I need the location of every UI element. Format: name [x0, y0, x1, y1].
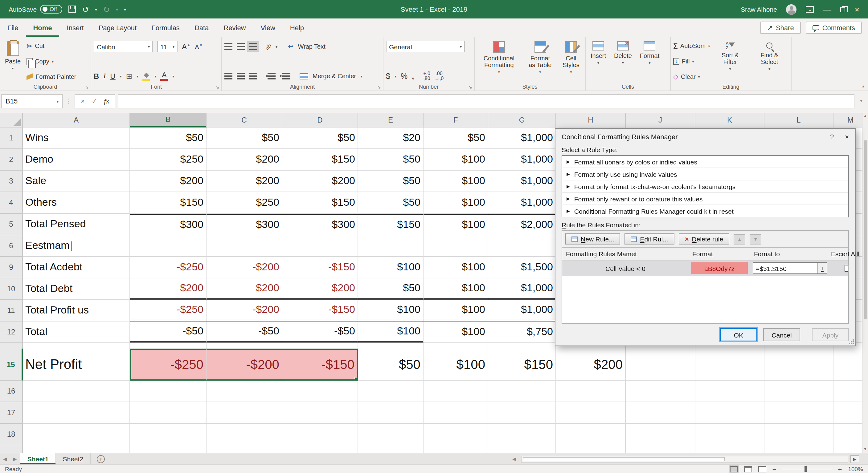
cell-J15[interactable] [626, 348, 695, 381]
cell-B11[interactable]: -$250 [130, 300, 207, 322]
tab-view[interactable]: View [253, 19, 283, 37]
next-sheet-icon[interactable]: ▶ [10, 456, 20, 462]
cell-A3[interactable]: Sale [23, 171, 130, 192]
scroll-up-icon[interactable]: ▲ [863, 113, 868, 120]
cell-A10[interactable]: Total Debt [23, 278, 130, 300]
cell-G18[interactable] [488, 424, 556, 445]
cell-E4[interactable]: $50 [358, 192, 424, 214]
cell-C1[interactable]: $50 [207, 128, 282, 149]
zoom-in-icon[interactable]: + [838, 465, 842, 473]
rule-type-item-4[interactable]: ▶Format only rewant or to oorature this … [562, 193, 848, 205]
sort-filter-button[interactable]: AZ Sort & Filter▾ [713, 40, 747, 82]
wrap-text-button[interactable]: Wrap Text [298, 43, 326, 50]
align-center-icon[interactable] [237, 73, 245, 79]
borders-icon[interactable]: ⊞ [126, 72, 132, 80]
paste-button[interactable]: Paste▾ [2, 40, 23, 82]
cell-G10[interactable]: $1,000 [488, 278, 556, 300]
page-break-view-icon[interactable] [758, 466, 766, 472]
avatar[interactable] [786, 4, 797, 14]
tab-page-layout[interactable]: Page Layout [91, 19, 144, 37]
cell-D1[interactable]: $50 [282, 128, 358, 149]
font-name-select[interactable]: Calibri▾ [94, 41, 153, 53]
italic-button[interactable]: I [103, 71, 106, 81]
delete-cells-button[interactable]: Delete▾ [612, 40, 634, 82]
close-icon[interactable]: × [855, 5, 859, 13]
cell-F12[interactable]: $100 [424, 322, 488, 343]
confirm-entry-icon[interactable]: ✓ [92, 97, 97, 105]
conditional-formatting-button[interactable]: Conditional Formatting▾ [477, 40, 521, 82]
cell-G6[interactable] [488, 235, 556, 257]
cell-A6[interactable]: Eestmam [23, 235, 130, 257]
cell-M15[interactable] [834, 348, 862, 381]
cell-G16[interactable] [488, 381, 556, 402]
cell-F2[interactable]: $100 [424, 149, 488, 171]
cell-F5[interactable]: $100 [424, 214, 488, 235]
column-header-H[interactable]: H [556, 113, 626, 128]
format-cells-button[interactable]: Format▾ [638, 40, 662, 82]
cell-B1[interactable]: $50 [130, 128, 207, 149]
cell-A12[interactable]: Total [23, 322, 130, 343]
cell-C10[interactable]: $200 [207, 278, 282, 300]
apply-button[interactable]: Apply [812, 328, 849, 341]
row-header-4[interactable]: 4 [0, 192, 23, 214]
clear-button[interactable]: ◇Clear▾ [673, 71, 710, 82]
cell-M16[interactable] [834, 381, 862, 402]
sheet-tab-1[interactable]: Sheet1 [20, 453, 56, 464]
column-header-F[interactable]: F [424, 113, 488, 128]
cell-B6[interactable] [130, 235, 207, 257]
cell-C11[interactable]: -$200 [207, 300, 282, 322]
cell-D10[interactable]: $200 [282, 278, 358, 300]
move-rule-up-button[interactable]: ▲ [734, 234, 745, 244]
row-header-6[interactable]: 6 [0, 235, 23, 257]
row-header-11[interactable]: 11 [0, 300, 23, 322]
font-dialog-launcher-icon[interactable]: ↘ [215, 85, 219, 90]
cell-B9[interactable]: -$250 [130, 257, 207, 278]
cell-G4[interactable]: $1,000 [488, 192, 556, 214]
new-rule-button[interactable]: New Rule... [565, 233, 620, 244]
cell-A16[interactable] [23, 381, 130, 402]
column-header-G[interactable]: G [488, 113, 556, 128]
column-header-M[interactable]: M [834, 113, 862, 128]
cell-K16[interactable] [695, 381, 765, 402]
accounting-format-icon[interactable]: $ [386, 72, 390, 80]
cell-L15[interactable] [765, 348, 834, 381]
grow-font-button[interactable]: A▲ [182, 42, 190, 51]
cell-E17[interactable] [358, 402, 424, 424]
cell-F17[interactable] [424, 402, 488, 424]
cell-G9[interactable]: $1,500 [488, 257, 556, 278]
stop-if-true-checkbox[interactable] [844, 265, 848, 272]
decrease-decimal-icon[interactable]: .00→,0 [435, 71, 443, 81]
column-header-C[interactable]: C [207, 113, 282, 128]
row-header-1[interactable]: 1 [0, 128, 23, 149]
row-header-3[interactable]: 3 [0, 171, 23, 192]
column-header-E[interactable]: E [358, 113, 424, 128]
cell-F11[interactable]: $100 [424, 300, 488, 322]
cell-C4[interactable]: $250 [207, 192, 282, 214]
user-name[interactable]: Sraw Alhone [741, 5, 777, 13]
cell-A5[interactable]: Total Pensed [23, 214, 130, 235]
shrink-font-button[interactable]: A▼ [195, 43, 203, 50]
cell-G3[interactable]: $1,000 [488, 171, 556, 192]
tab-insert[interactable]: Insert [60, 19, 91, 37]
cell-C18[interactable] [207, 424, 282, 445]
autosum-button[interactable]: ΣAutoSom▾ [673, 41, 710, 51]
cell-A11[interactable]: Total Profit us [23, 300, 130, 322]
align-left-icon[interactable] [224, 73, 232, 79]
page-layout-view-icon[interactable] [744, 466, 752, 472]
fill-color-button[interactable]: ◆ [143, 71, 150, 81]
delete-rule-button[interactable]: ×Delete rule [679, 233, 729, 244]
rule-type-item-5[interactable]: ▶Conditional Formatting Rules Manager co… [562, 205, 848, 217]
cell-F1[interactable]: $50 [424, 128, 488, 149]
save-icon[interactable] [69, 5, 76, 13]
comments-button[interactable]: Comments [806, 22, 862, 34]
insert-function-icon[interactable]: fx [104, 97, 109, 105]
rule-type-item-1[interactable]: ▶Format all uonars by colos or indied va… [562, 156, 848, 168]
copy-button[interactable]: Copy▾ [26, 56, 76, 67]
zoom-slider-thumb[interactable] [805, 466, 807, 472]
row-header-2[interactable]: 2 [0, 149, 23, 171]
cell-E10[interactable]: $50 [358, 278, 424, 300]
share-button[interactable]: ↗Share [760, 22, 801, 34]
ok-button[interactable]: OK [720, 328, 757, 341]
cell-K18[interactable] [695, 424, 765, 445]
bold-button[interactable]: B [94, 72, 99, 80]
